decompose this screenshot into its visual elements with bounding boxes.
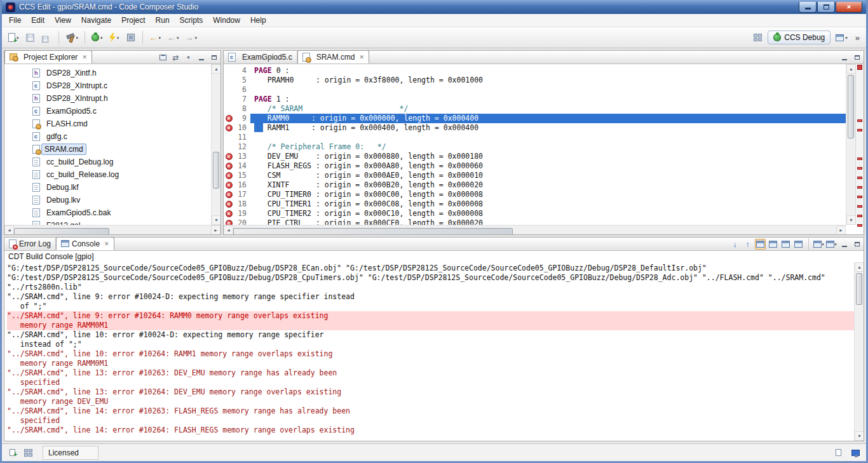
editor-tab-examgpiod5.c[interactable]: cExamGpiod5.c: [224, 50, 297, 64]
error-overview-mark[interactable]: [857, 215, 862, 217]
editor-line-19[interactable]: ✕19 CPU_TIMER2 : origin = 0x000C10, leng…: [224, 209, 846, 218]
memory-button[interactable]: [123, 30, 139, 45]
console-output[interactable]: "G:/test/DSP/DSP2812S_SourceCode/SourceC…: [4, 262, 854, 441]
editor-line-14[interactable]: ✕14 FLASH_REGS : origin = 0x000A80, leng…: [224, 161, 846, 171]
scroll-down-arrow[interactable]: ▼: [855, 431, 864, 441]
console-line[interactable]: memory range RAMM0M1: [7, 359, 854, 368]
scroll-down-arrow[interactable]: ▼: [846, 215, 856, 225]
console-line[interactable]: "../SRAM.cmd", line 9: error #10264: RAM…: [7, 311, 854, 321]
overview-ruler[interactable]: [855, 64, 864, 225]
console-line[interactable]: "../SRAM.cmd", line 13: error #10264: DE…: [7, 387, 854, 397]
maximize-editor-button[interactable]: [851, 52, 862, 63]
console-line[interactable]: "G:/test/DSP/DSP2812S_SourceCode/SourceC…: [7, 273, 854, 283]
next-error-button[interactable]: ↓: [729, 239, 740, 250]
error-overview-mark[interactable]: [857, 177, 862, 179]
editor-line-20[interactable]: ✕20 PIE_CTRL : origin = 0x000CE0, length…: [224, 218, 846, 225]
previous-error-button[interactable]: ↑: [742, 239, 753, 250]
close-button[interactable]: ✕: [836, 2, 862, 13]
editor-line-6[interactable]: 6: [224, 85, 846, 95]
console-line[interactable]: "../SRAM.cmd", line 10: error #10264: RA…: [7, 349, 854, 359]
console-line[interactable]: "../SRAM.cmd", line 10: error #10024-D: …: [7, 330, 854, 340]
tree-item-examgpiod5.c.bak[interactable]: ExamGpiod5.c.bak: [4, 206, 211, 219]
console-line[interactable]: "../SRAM.cmd", line 14: error #10263: FL…: [7, 406, 854, 416]
editor-vscrollbar[interactable]: ▲ ▼: [846, 64, 855, 225]
menu-window[interactable]: Window: [208, 14, 245, 27]
save-all-button[interactable]: [39, 30, 55, 45]
tab-error-log[interactable]: Error Log: [4, 237, 56, 250]
show-console-on-output-toggle[interactable]: [755, 239, 766, 250]
tree-item-dsp28_xintf.h[interactable]: hDSP28_Xintf.h: [4, 67, 211, 79]
tree-item-f2812.gel[interactable]: F2812.gel: [4, 219, 211, 225]
tree-item-dsp28_xintrupt.h[interactable]: hDSP28_XIntrupt.h: [4, 92, 211, 105]
tab-console[interactable]: Console✕: [56, 237, 114, 250]
minimize-button[interactable]: [799, 2, 817, 13]
tab-project-explorer[interactable]: Project Explorer ✕: [4, 50, 92, 64]
scroll-left-arrow[interactable]: ◄: [224, 225, 233, 235]
error-overview-mark[interactable]: [857, 129, 862, 131]
editor-line-11[interactable]: 11: [224, 133, 846, 142]
menu-scripts[interactable]: Scripts: [175, 14, 208, 27]
back-history-button[interactable]: ←▾: [165, 30, 182, 45]
scroll-thumb[interactable]: [14, 228, 109, 235]
error-overview-mark[interactable]: [857, 205, 862, 208]
restore-button[interactable]: [817, 2, 835, 13]
console-line[interactable]: "../SRAM.cmd", line 9: error #10024-D: e…: [7, 292, 854, 302]
last-edit-location-button[interactable]: ←▾: [147, 30, 164, 45]
scroll-thumb[interactable]: [848, 75, 854, 138]
save-button[interactable]: [23, 30, 38, 45]
error-overview-mark[interactable]: [857, 167, 862, 170]
editor-line-5[interactable]: 5 PRAMH0 : origin = 0x3f8000, length = 0…: [224, 76, 846, 85]
scroll-down-arrow[interactable]: ▼: [212, 215, 220, 225]
tree-item-flash.cmd[interactable]: FLASH.cmd: [4, 117, 211, 130]
console-activity-button[interactable]: [850, 447, 861, 458]
error-overview-mark[interactable]: [857, 119, 862, 122]
console-vscrollbar[interactable]: ▲ ▼: [854, 262, 864, 441]
close-tab-icon[interactable]: ✕: [359, 54, 364, 60]
editor-line-10[interactable]: ✕10 RAMM1 : origin = 0x000400, length = …: [224, 123, 846, 133]
forward-history-button[interactable]: →▾: [183, 30, 200, 45]
editor-line-9[interactable]: ✕9 RAMM0 : origin = 0x000000, length = 0…: [224, 114, 846, 123]
maximize-console-button[interactable]: [851, 239, 862, 250]
scroll-up-arrow[interactable]: ▲: [855, 262, 864, 272]
editor-line-8[interactable]: 8 /* SARAM */: [224, 104, 846, 114]
console-line[interactable]: specified: [7, 378, 854, 387]
view-panel-button[interactable]: ▾: [833, 30, 850, 45]
scroll-thumb[interactable]: [213, 152, 219, 189]
restore-view-button[interactable]: +: [7, 447, 18, 458]
menu-view[interactable]: View: [50, 14, 76, 27]
console-line[interactable]: memory range RAMM0M1: [7, 321, 854, 330]
layout-button[interactable]: [23, 447, 34, 458]
close-project-explorer-icon[interactable]: ✕: [82, 54, 87, 60]
view-menu-button[interactable]: ▼: [183, 52, 194, 63]
menu-project[interactable]: Project: [116, 14, 150, 27]
link-with-editor-button[interactable]: ⇄: [170, 52, 181, 63]
project-explorer-hscrollbar[interactable]: ◄ ►: [4, 225, 220, 234]
menu-help[interactable]: Help: [245, 14, 271, 27]
tree-item-debug.lkv[interactable]: Debug.lkv: [4, 194, 211, 206]
project-explorer-vscrollbar[interactable]: ▲ ▼: [211, 64, 220, 225]
console-line[interactable]: memory range DEV_EMU: [7, 397, 854, 406]
console-line[interactable]: "../SRAM.cmd", line 14: error #10264: FL…: [7, 426, 854, 435]
error-overview-mark[interactable]: [857, 196, 862, 198]
editor-hscrollbar[interactable]: ◄ ►: [224, 225, 846, 234]
tree-item-gdfg.c[interactable]: cgdfg.c: [4, 130, 211, 143]
editor-line-15[interactable]: ✕15 CSM : origin = 0x000AE0, length = 0x…: [224, 171, 846, 180]
collapse-all-button[interactable]: [158, 52, 168, 63]
pin-console-button[interactable]: [768, 239, 778, 250]
console-line[interactable]: instead of ";": [7, 340, 854, 349]
display-console-button[interactable]: ▾: [826, 239, 837, 250]
menu-file[interactable]: File: [4, 14, 26, 27]
tree-item-dsp28_xintrupt.c[interactable]: cDSP28_XIntrupt.c: [4, 79, 211, 92]
tree-item-cc_build_release.log[interactable]: cc_build_Release.log: [4, 168, 211, 181]
debug-button[interactable]: ▾: [89, 30, 105, 45]
editor-line-17[interactable]: ✕17 CPU_TIMER0 : origin = 0x000C00, leng…: [224, 190, 846, 199]
menu-run[interactable]: Run: [151, 14, 175, 27]
console-line[interactable]: "G:/test/DSP/DSP2812S_SourceCode/SourceC…: [7, 264, 854, 273]
tree-item-examgpiod5.c[interactable]: cExamGpiod5.c: [4, 105, 211, 117]
scroll-thumb[interactable]: [856, 273, 862, 305]
close-tab-icon[interactable]: ✕: [104, 241, 109, 247]
editor-code-area[interactable]: 4PAGE 0 :5 PRAMH0 : origin = 0x3f8000, l…: [224, 64, 846, 225]
error-overview-mark[interactable]: [857, 224, 862, 227]
scroll-up-arrow[interactable]: ▲: [212, 64, 220, 74]
editor-line-12[interactable]: 12 /* Peripheral Frame 0: */: [224, 142, 846, 152]
